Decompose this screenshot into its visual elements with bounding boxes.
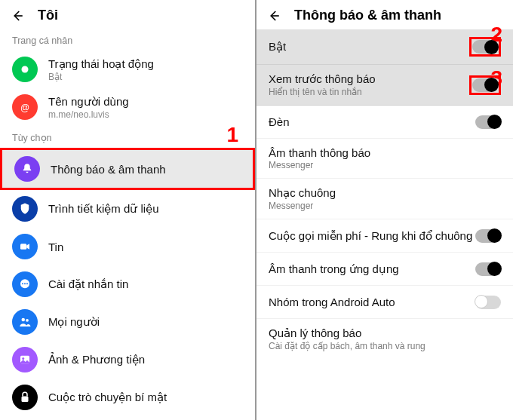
svg-point-4: [22, 283, 23, 284]
sound-label: Âm thanh thông báo: [269, 146, 370, 159]
row-activity-status[interactable]: Trạng thái hoạt động Bật: [0, 51, 255, 88]
settings-screen-left: Tôi Trang cá nhân Trạng thái hoạt động B…: [0, 0, 256, 420]
back-arrow-icon[interactable]: [11, 9, 24, 23]
page-title-right: Thông báo & âm thanh: [294, 8, 441, 23]
row-tin[interactable]: Tin: [0, 228, 255, 265]
row-preview[interactable]: Xem trước thông báo Hiển thị tên và tin …: [256, 65, 513, 106]
row-free-call[interactable]: Cuộc gọi miễn phí - Rung khi đổ chuông: [256, 219, 513, 253]
row-photos-media[interactable]: Ảnh & Phương tiện: [0, 341, 255, 379]
activity-label: Trạng thái hoạt động: [48, 57, 154, 71]
toggle-app[interactable]: [475, 262, 501, 276]
svg-point-7: [22, 318, 26, 322]
manage-sub: Cài đặt độ cấp bách, âm thanh và rung: [269, 341, 425, 351]
ring-sub: Messenger: [269, 201, 336, 211]
row-secret-conv[interactable]: Cuộc trò chuyện bí mật: [0, 379, 255, 416]
username-icon: @: [12, 94, 38, 120]
row-light[interactable]: Đèn: [256, 106, 513, 139]
preview-label: Xem trước thông báo: [269, 72, 376, 86]
photo-icon: [12, 347, 38, 372]
shield-icon: [12, 196, 38, 222]
manage-label: Quản lý thông báo: [269, 326, 425, 340]
toggle-light[interactable]: [475, 115, 501, 129]
notifications-screen-right: Thông báo & âm thanh 2 Bật 3 Xem trước t…: [256, 0, 513, 420]
row-m[interactable]: M: [0, 416, 255, 420]
data-label: Trình tiết kiệm dữ liệu: [48, 202, 158, 216]
tin-label: Tin: [48, 241, 63, 253]
row-android-auto[interactable]: Nhóm trong Android Auto: [256, 286, 513, 319]
on-label: Bật: [269, 40, 286, 54]
row-on[interactable]: Bật: [256, 29, 513, 65]
secret-label: Cuộc trò chuyện bí mật: [48, 391, 167, 404]
svg-text:@: @: [20, 103, 29, 113]
row-manage[interactable]: Quản lý thông báo Cài đặt độ cấp bách, â…: [256, 319, 513, 359]
row-notifications-sounds[interactable]: Thông báo & âm thanh: [0, 148, 255, 190]
svg-point-8: [26, 319, 29, 322]
bell-icon: [14, 156, 40, 182]
username-label: Tên người dùng: [48, 95, 129, 109]
toggle-auto[interactable]: [475, 296, 501, 309]
light-label: Đèn: [269, 115, 290, 128]
activity-sub: Bật: [48, 72, 154, 82]
sound-sub: Messenger: [269, 160, 370, 170]
row-sound[interactable]: Âm thanh thông báo Messenger: [256, 139, 513, 179]
activity-icon: [12, 57, 38, 82]
svg-rect-2: [20, 244, 26, 250]
header: Tôi: [0, 0, 255, 29]
app-label: Âm thanh trong ứng dụng: [269, 262, 399, 276]
section-header-options: Tùy chọn: [0, 126, 255, 148]
media-label: Ảnh & Phương tiện: [48, 353, 145, 366]
header-right: Thông báo & âm thanh: [256, 0, 513, 29]
chat-icon: [12, 271, 38, 297]
row-ringtone[interactable]: Nhạc chuông Messenger: [256, 179, 513, 219]
section-header-profile: Trang cá nhân: [0, 29, 255, 51]
toggle-on[interactable]: [472, 40, 498, 54]
row-people[interactable]: Mọi người: [0, 303, 255, 341]
svg-point-10: [22, 357, 24, 360]
auto-label: Nhóm trong Android Auto: [269, 296, 395, 308]
people-label: Mọi người: [48, 315, 100, 329]
row-message-settings[interactable]: Cài đặt nhắn tin: [0, 265, 255, 303]
notif-label: Thông báo & âm thanh: [51, 163, 166, 176]
toggle-preview[interactable]: [472, 78, 498, 92]
ring-label: Nhạc chuông: [269, 186, 336, 200]
msg-label: Cài đặt nhắn tin: [48, 277, 128, 291]
svg-point-0: [22, 66, 29, 73]
toggle-call[interactable]: [475, 229, 501, 243]
people-icon: [12, 309, 38, 335]
row-data-saver[interactable]: Trình tiết kiệm dữ liệu: [0, 190, 255, 228]
svg-point-5: [24, 283, 26, 284]
back-arrow-icon[interactable]: [267, 9, 281, 23]
video-icon: [12, 234, 38, 259]
preview-sub: Hiển thị tên và tin nhắn: [269, 87, 376, 97]
svg-rect-11: [22, 397, 29, 403]
lock-icon: [12, 385, 38, 410]
callout-1: 1: [226, 123, 238, 147]
row-app-sound[interactable]: Âm thanh trong ứng dụng: [256, 253, 513, 286]
svg-point-6: [26, 283, 28, 284]
call-label: Cuộc gọi miễn phí - Rung khi đổ chuông: [269, 229, 472, 243]
page-title-left: Tôi: [38, 8, 58, 23]
row-username[interactable]: @ Tên người dùng m.me/neo.luvis: [0, 88, 255, 126]
username-sub: m.me/neo.luvis: [48, 109, 129, 120]
